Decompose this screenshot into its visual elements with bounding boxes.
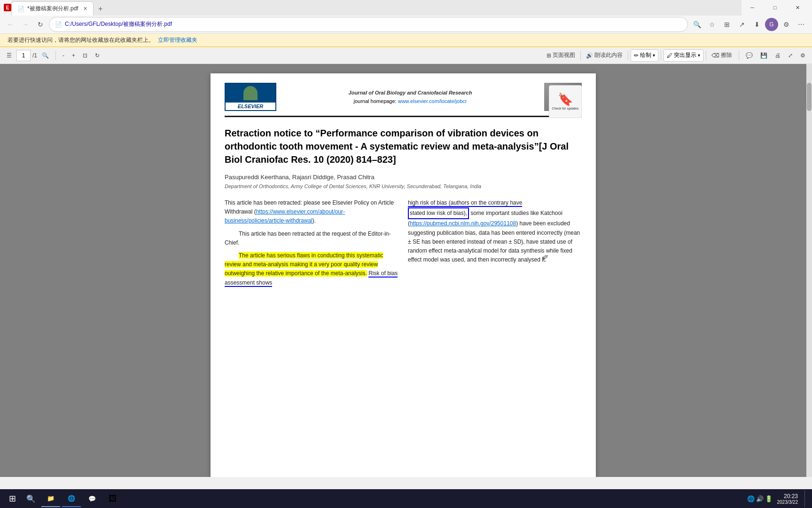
refresh-button[interactable]: ↻ (34, 18, 47, 31)
address-bar[interactable]: 📄 C:/Users/GFL/Desktop/被撤稿案例分析.pdf (49, 17, 688, 32)
back-button[interactable]: ← (4, 18, 17, 31)
check-for-updates-badge[interactable]: 🔖 Check for updates (549, 85, 582, 118)
highlight-icon: 🖊 (667, 52, 672, 59)
save-button[interactable]: 💾 (757, 49, 770, 62)
draw-dropdown[interactable]: ✏ 绘制 ▾ (631, 49, 658, 62)
sound-icon[interactable]: 🔊 (756, 495, 764, 502)
para1: This article has been retracted: please … (225, 198, 398, 226)
settings-button[interactable]: ⚙ (779, 17, 793, 32)
taskbar-photos[interactable]: 🖼 (103, 490, 122, 507)
check-updates-icon: 🔖 (558, 92, 573, 107)
page-total: /1 (32, 52, 37, 59)
taskbar-store[interactable]: 💬 (83, 490, 102, 507)
address-text: C:/Users/GFL/Desktop/被撤稿案例分析.pdf (65, 20, 682, 28)
maximize-button[interactable]: □ (764, 0, 786, 15)
main-content-area: ELSEVIER Journal of Oral Biology and Cra… (0, 64, 812, 477)
clock-area: 20:23 2023/3/22 (777, 493, 798, 505)
article-title: Retraction notice to “Performance compar… (225, 127, 582, 166)
journal-title: Journal of Oral Biology and Craniofacial… (281, 90, 539, 95)
scrollbar[interactable] (806, 64, 812, 477)
check-updates-text: Check for updates (552, 107, 579, 111)
collections-button[interactable]: ⊞ (720, 17, 734, 32)
withdrawal-link[interactable]: https://www.elsevier.com/about/our-busin… (225, 208, 345, 224)
erase-icon: ⌫ (711, 52, 719, 59)
divider4 (661, 51, 661, 60)
profile-button[interactable]: G (765, 18, 778, 31)
start-button[interactable]: ⊞ (4, 490, 21, 507)
left-column: This article has been retracted: please … (225, 198, 398, 287)
favorites-button[interactable]: ☆ (705, 17, 719, 32)
address-lock-icon: 📄 (55, 21, 62, 28)
para3-text: The article has serious flaws in conduct… (225, 251, 398, 287)
tool-group-view: ⊞ 页面视图 🔊 朗读此内容 ✏ 绘制 ▾ 🖊 突出显示 ▾ ⌫ (544, 49, 735, 62)
info-bar: 若要进行快速访问，请将您的网址收藏放在此收藏夹栏上。 立即管理收藏夹 (0, 34, 812, 47)
search-button[interactable]: 🔍 (690, 17, 704, 32)
page-view-button[interactable]: ⊞ 页面视图 (544, 49, 578, 62)
divider2 (580, 51, 581, 60)
right-para1: high risk of bias (authors on the contra… (408, 198, 582, 264)
pdf-settings-button[interactable]: ⚙ (797, 49, 808, 62)
pubmed-link[interactable]: https://pubmed.ncbi.nlm.nih.gov/29501108 (410, 220, 516, 227)
divider1 (55, 51, 56, 60)
edge-icon: 🌐 (66, 493, 77, 503)
sidebar-toggle-button[interactable]: ☰ (4, 49, 15, 62)
taskbar-file-explorer[interactable]: 📁 (41, 490, 60, 507)
zoom-out-button[interactable]: - (60, 49, 67, 62)
tab-title: *被撤稿案例分析.pdf (27, 5, 78, 13)
taskbar-time: 20:23 (784, 493, 798, 500)
browser-icon: E (4, 4, 11, 11)
tab-close-icon[interactable]: ✕ (83, 6, 87, 12)
window-controls: ─ □ ✕ (742, 0, 808, 15)
homepage-label: journal homepage: (354, 98, 397, 104)
print-button[interactable]: 🖨 (772, 49, 783, 62)
search-pdf-button[interactable]: 🔍 (39, 49, 52, 62)
fit-page-button[interactable]: ⊡ (80, 49, 90, 62)
zoom-in-button[interactable]: + (69, 49, 78, 62)
page-view-label: 页面视图 (553, 51, 575, 59)
close-button[interactable]: ✕ (787, 0, 808, 15)
pdf-toolbar: ☰ /1 🔍 - + ⊡ ↻ ⊞ 页面视图 🔊 朗读此内容 ✏ 绘制 ▾ (0, 47, 812, 64)
photos-icon: 🖼 (109, 494, 117, 504)
read-aloud-button[interactable]: 🔊 朗读此内容 (583, 49, 625, 62)
blue-box-text: stated low risk of bias), (408, 207, 469, 219)
comment-button[interactable]: 💬 (743, 49, 756, 62)
minimize-button[interactable]: ─ (742, 0, 763, 15)
pdf-viewer[interactable]: ELSEVIER Journal of Oral Biology and Cra… (0, 64, 806, 477)
homepage-url[interactable]: www.elsevier.com/locate/jobcr (398, 98, 467, 104)
battery-icon[interactable]: 🔋 (765, 495, 773, 502)
network-icon[interactable]: 🌐 (747, 495, 755, 502)
fullscreen-button[interactable]: ⤢ (785, 49, 796, 62)
erase-label: 擦除 (721, 51, 732, 59)
active-tab[interactable]: 📄 *被撤稿案例分析.pdf ✕ (11, 1, 94, 16)
page-number-input[interactable] (16, 50, 31, 61)
pdf-page: ELSEVIER Journal of Oral Biology and Cra… (211, 73, 596, 477)
taskbar: ⊞ 🔍 📁 🌐 💬 🖼 🌐 🔊 🔋 20:23 2023/3/22 (0, 489, 812, 508)
title-bar: E 📄 *被撤稿案例分析.pdf ✕ + ─ □ ✕ (0, 0, 812, 15)
forward-button[interactable]: → (19, 18, 32, 31)
scroll-thumb[interactable] (807, 83, 812, 111)
share-button[interactable]: ↗ (735, 17, 749, 32)
search-taskbar-icon[interactable]: 🔍 (23, 490, 39, 507)
more-button[interactable]: ⋯ (794, 17, 808, 32)
highlight-dropdown[interactable]: 🖊 突出显示 ▾ (664, 49, 703, 62)
title-bar-left: E (4, 4, 11, 11)
right-underline-start: high risk of bias (authors on the contra… (408, 199, 522, 207)
info-bar-link[interactable]: 立即管理收藏夹 (158, 36, 197, 44)
tab-bar: 📄 *被撤稿案例分析.pdf ✕ + (11, 0, 742, 16)
erase-button[interactable]: ⌫ 擦除 (709, 49, 735, 62)
right-column: high risk of bias (authors on the contra… (408, 198, 582, 287)
taskbar-edge[interactable]: 🌐 (62, 490, 81, 507)
highlight-label: 突出显示 (674, 51, 696, 59)
notification-area: 🌐 🔊 🔋 (747, 495, 773, 502)
read-aloud-icon: 🔊 (586, 52, 593, 59)
taskbar-right: 🌐 🔊 🔋 20:23 2023/3/22 (747, 490, 809, 507)
show-desktop-button[interactable] (804, 490, 808, 507)
header-divider (225, 116, 582, 117)
new-tab-button[interactable]: + (94, 2, 108, 16)
publisher-name: ELSEVIER (237, 103, 264, 110)
downloads-button[interactable]: ⬇ (750, 17, 764, 32)
para2: This article has been retracted at the r… (225, 230, 398, 247)
rotate-button[interactable]: ↻ (92, 49, 102, 62)
article-body: This article has been retracted: please … (225, 198, 582, 287)
info-bar-text: 若要进行快速访问，请将您的网址收藏放在此收藏夹栏上。 (8, 36, 154, 44)
